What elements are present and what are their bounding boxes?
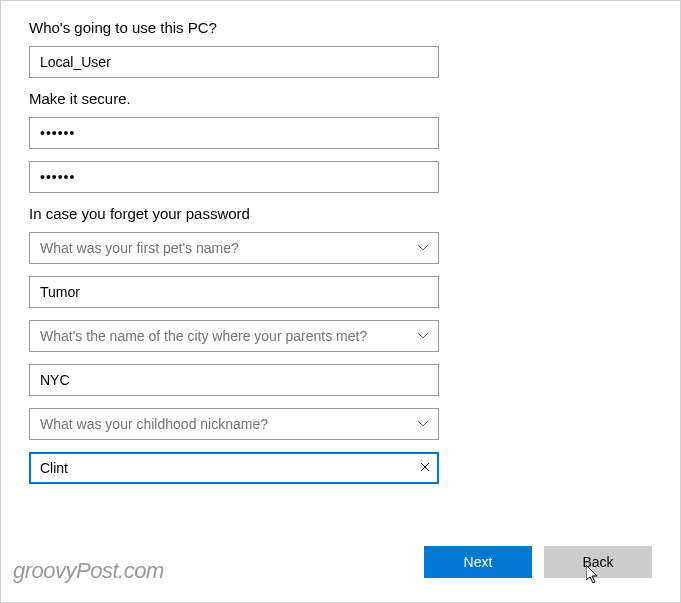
username-input[interactable]	[29, 46, 439, 78]
security-question-3-select[interactable]: What was your childhood nickname?	[29, 408, 439, 440]
security-question-2-select[interactable]: What's the name of the city where your p…	[29, 320, 439, 352]
security-question-3-value: What was your childhood nickname?	[29, 408, 439, 440]
watermark-text: groovyPost.com	[13, 558, 164, 584]
forget-password-label: In case you forget your password	[29, 205, 652, 222]
security-answer-2-input[interactable]	[29, 364, 439, 396]
security-answer-2-wrap	[29, 364, 439, 396]
security-question-1-select[interactable]: What was your first pet's name?	[29, 232, 439, 264]
clear-icon[interactable]	[419, 460, 431, 476]
security-answer-3-wrap	[29, 452, 439, 484]
password-confirm-input[interactable]	[29, 161, 439, 193]
security-answer-3-input[interactable]	[29, 452, 439, 484]
security-answer-1-wrap	[29, 276, 439, 308]
back-button[interactable]: Back	[544, 546, 652, 578]
password-input[interactable]	[29, 117, 439, 149]
next-button[interactable]: Next	[424, 546, 532, 578]
security-question-1-value: What was your first pet's name?	[29, 232, 439, 264]
who-uses-label: Who's going to use this PC?	[29, 19, 652, 36]
button-bar: Next Back	[424, 546, 652, 578]
security-answer-1-input[interactable]	[29, 276, 439, 308]
make-secure-label: Make it secure.	[29, 90, 652, 107]
security-question-2-value: What's the name of the city where your p…	[29, 320, 439, 352]
